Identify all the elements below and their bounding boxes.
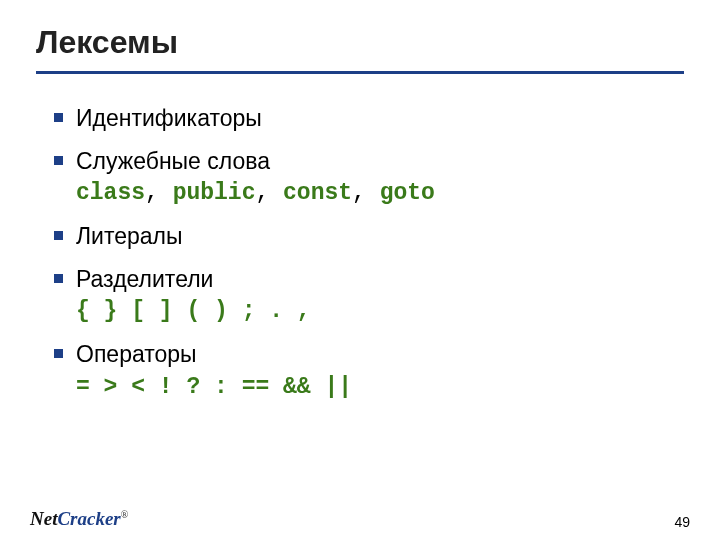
bullet-identifiers: Идентификаторы — [54, 102, 684, 135]
slide-title: Лексемы — [36, 24, 684, 61]
kw-const: const — [283, 180, 352, 206]
logo-net: Net — [30, 508, 57, 529]
bullet-label: Идентификаторы — [76, 105, 262, 131]
keywords-line: class, public, const, goto — [76, 177, 684, 210]
bullet-label: Разделители — [76, 266, 213, 292]
bullet-label: Литералы — [76, 223, 183, 249]
logo-cracker: Cracker — [57, 508, 120, 529]
title-rule — [36, 71, 684, 74]
slide-footer: NetCracker® 49 — [0, 508, 720, 530]
bullet-label: Служебные слова — [76, 148, 270, 174]
slide: Лексемы Идентификаторы Служебные слова c… — [0, 0, 720, 540]
separator: , — [255, 180, 283, 206]
kw-class: class — [76, 180, 145, 206]
bullet-list: Идентификаторы Служебные слова class, pu… — [36, 102, 684, 403]
bullet-keywords: Служебные слова class, public, const, go… — [54, 145, 684, 210]
kw-public: public — [173, 180, 256, 206]
page-number: 49 — [674, 514, 690, 530]
bullet-separators: Разделители { } [ ] ( ) ; . , — [54, 263, 684, 328]
separator: , — [352, 180, 380, 206]
kw-goto: goto — [380, 180, 435, 206]
bullet-literals: Литералы — [54, 220, 684, 253]
logo-registered: ® — [121, 509, 129, 520]
bullet-label: Операторы — [76, 341, 197, 367]
bullet-operators: Операторы = > < ! ? : == && || — [54, 338, 684, 403]
separators-code: { } [ ] ( ) ; . , — [76, 295, 684, 328]
operators-code: = > < ! ? : == && || — [76, 371, 684, 404]
netcracker-logo: NetCracker® — [30, 508, 138, 530]
separator: , — [145, 180, 173, 206]
